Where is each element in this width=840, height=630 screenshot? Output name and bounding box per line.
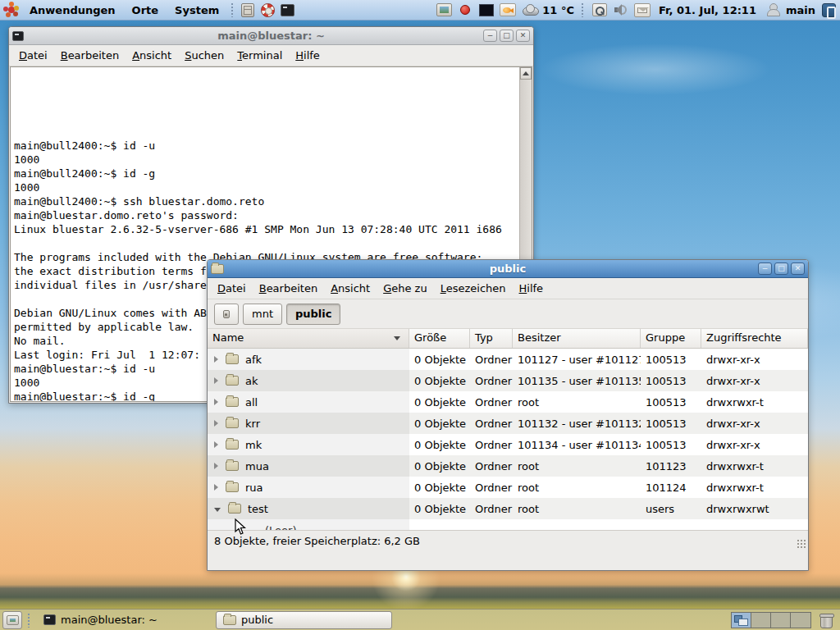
menu-gehe-zu[interactable]: Gehe zu [377,280,434,297]
column-header-groesse[interactable]: Größe [409,329,470,348]
weather-applet[interactable] [521,2,537,18]
maximize-button[interactable]: □ [500,30,514,42]
menu-hilfe[interactable]: Hilfe [513,280,550,297]
taskbar-drag-handle[interactable] [27,613,31,628]
resize-grip[interactable] [797,539,806,549]
expander-icon[interactable] [214,356,218,363]
file-group: 100513 [641,370,701,391]
file-owner: root [513,498,641,519]
file-permissions: drwxrwxr-t [701,455,808,477]
expander-icon[interactable] [214,463,218,469]
terminal-launcher[interactable] [279,2,295,18]
menu-bearbeiten[interactable]: Bearbeiten [253,280,324,297]
filesystem-icon [223,310,230,318]
expander-icon[interactable] [214,377,218,384]
menu-anwendungen[interactable]: Anwendungen [23,2,122,18]
close-button[interactable]: ✕ [516,30,530,42]
show-desktop-icon [7,615,19,625]
file-manager-titlebar[interactable]: public − □ ✕ [208,260,808,278]
table-row[interactable]: rua 0 Objekte Ordner root 101124 drwxrwx… [208,477,808,498]
screen-applet[interactable] [478,2,495,18]
expander-icon[interactable] [214,441,218,448]
menu-bearbeiten[interactable]: Bearbeiten [54,47,126,64]
table-row[interactable]: mua 0 Objekte Ordner root 101123 drwxrwx… [208,455,808,477]
close-button[interactable]: ✕ [791,262,805,275]
temperature-label[interactable]: 11 °C [542,4,574,16]
table-row[interactable]: krr 0 Objekte Ordner 101132 - user #1011… [208,413,808,434]
task-terminal[interactable]: main@bluestar: ~ [36,611,212,629]
clock-label[interactable]: Fr, 01. Jul, 12:11 [655,4,760,16]
workspace-2[interactable] [751,613,771,628]
menu-system[interactable]: System [168,2,226,18]
path-button-mnt[interactable]: mnt [243,304,282,325]
menu-hilfe[interactable]: Hilfe [289,47,326,64]
filesystem-root-button[interactable] [214,304,239,325]
menu-lesezeichen[interactable]: Lesezeichen [434,280,513,297]
menu-terminal[interactable]: Terminal [231,47,289,64]
top-panel: Anwendungen Orte System 11 °C Fr, 01. Ju… [0,0,840,21]
path-button-public[interactable]: public [286,304,340,325]
session-applet[interactable] [820,2,837,18]
column-header-gruppe[interactable]: Gruppe [641,329,701,348]
trash-icon[interactable] [819,613,833,628]
column-header-zugriffsrechte[interactable]: Zugriffsrechte [701,329,808,348]
help-launcher[interactable] [259,2,276,18]
terminal-titlebar[interactable]: main@bluestar: ~ − □ ✕ [9,27,533,45]
taskbar: main@bluestar: ~ public [0,609,840,630]
folder-icon [226,397,239,407]
maximize-button[interactable]: □ [774,262,788,275]
user-switcher[interactable] [765,2,781,18]
minimize-button[interactable]: − [483,30,497,42]
scroll-up-button[interactable] [520,67,532,80]
terminal-line: main@bull2400:~$ ssh bluestar.domo.reto [14,194,516,208]
file-manager-launcher[interactable] [240,2,256,18]
table-row[interactable]: all 0 Objekte Ordner root 100513 drwxrwx… [208,391,808,413]
table-row[interactable]: test 0 Objekte Ordner root users drwxrwx… [208,498,808,519]
speaker-icon [614,3,628,16]
search-applet[interactable] [591,2,608,18]
table-row[interactable]: afk 0 Objekte Ordner 101127 - user #1011… [208,349,808,370]
file-size: 0 Objekte [409,370,470,391]
file-group: 100513 [641,349,701,370]
menu-datei[interactable]: Datei [12,47,54,64]
terminal-line: main@bull2400:~$ id -u [14,139,516,153]
column-header-name[interactable]: Name [208,329,409,348]
menu-suchen[interactable]: Suchen [178,47,231,64]
workspace-4[interactable] [791,613,810,628]
expander-icon[interactable] [214,399,218,405]
distribution-logo-icon[interactable] [3,2,20,18]
show-desktop-button[interactable] [2,611,22,629]
menu-ansicht[interactable]: Ansicht [324,280,377,297]
task-public[interactable]: public [216,611,392,629]
table-row[interactable]: mk 0 Objekte Ordner 101134 - user #10113… [208,434,808,455]
menu-datei[interactable]: Datei [211,280,253,297]
panel-drag-handle[interactable] [231,2,235,17]
column-headers: Name Größe Typ Besitzer Gruppe Zugriffsr… [208,329,808,349]
file-cabinet-icon [241,3,254,17]
file-owner: 101127 - user #101127 [513,349,641,370]
column-header-typ[interactable]: Typ [470,329,513,348]
screenshot-applet[interactable] [436,2,452,18]
table-row[interactable]: ak 0 Objekte Ordner 101135 - user #10113… [208,370,808,391]
search-icon [592,3,607,16]
screenshot-icon [436,3,452,16]
mail-applet[interactable] [634,2,651,18]
fish-applet[interactable] [500,2,516,18]
session-icon [822,3,836,17]
file-size: 0 Objekte [409,391,470,413]
expander-icon[interactable] [214,484,218,491]
file-permissions: drwxrwxr-t [701,391,808,413]
file-size: 0 Objekte [409,477,470,498]
minimize-button[interactable]: − [758,262,772,275]
workspace-3[interactable] [771,613,791,628]
menu-ansicht[interactable]: Ansicht [126,47,178,64]
panel-drag-handle[interactable] [581,2,585,17]
column-header-besitzer[interactable]: Besitzer [513,329,641,348]
username-label[interactable]: main [786,4,815,16]
workspace-1[interactable] [732,613,751,628]
expander-icon[interactable] [214,508,221,512]
volume-applet[interactable] [613,2,629,18]
expander-icon[interactable] [214,420,218,427]
menu-orte[interactable]: Orte [126,2,166,18]
record-applet[interactable] [457,2,473,18]
